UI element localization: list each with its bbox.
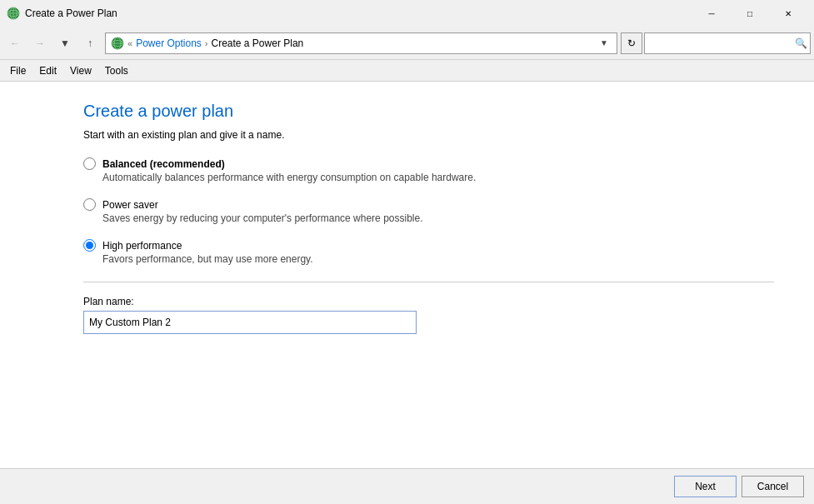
option-balanced: Balanced (recommended) Automatically bal… [83, 157, 774, 183]
address-path-container: « Power Options › Create a Power Plan ▼ [105, 32, 617, 54]
label-balanced[interactable]: Balanced (recommended) [102, 158, 225, 170]
menu-edit[interactable]: Edit [32, 63, 63, 78]
desc-highperformance: Favors performance, but may use more ene… [102, 253, 774, 265]
maximize-button[interactable]: □ [731, 0, 769, 27]
path-part-1[interactable]: Power Options [136, 37, 202, 49]
next-button[interactable]: Next [674, 476, 737, 497]
path-separator-1: « [127, 38, 132, 48]
close-button[interactable]: ✕ [769, 0, 807, 27]
window-title: Create a Power Plan [25, 7, 692, 19]
address-bar: ← → ▼ ↑ « Power Options › Create a Power… [0, 27, 814, 60]
desc-powersaver: Saves energy by reducing your computer's… [102, 212, 774, 224]
cancel-button[interactable]: Cancel [742, 476, 804, 497]
window-controls: ─ □ ✕ [692, 0, 807, 27]
radio-balanced[interactable] [83, 157, 96, 170]
refresh-button[interactable]: ↻ [621, 32, 642, 54]
forward-button[interactable]: → [28, 32, 52, 55]
radio-powersaver[interactable] [83, 198, 96, 211]
option-powersaver: Power saver Saves energy by reducing you… [83, 198, 774, 224]
plan-name-label: Plan name: [83, 296, 774, 307]
bottom-bar: Next Cancel [0, 468, 814, 504]
radio-highperformance[interactable] [83, 239, 96, 252]
menu-bar: File Edit View Tools [0, 60, 814, 82]
menu-tools[interactable]: Tools [98, 63, 135, 78]
main-content: Create a power plan Start with an existi… [0, 82, 814, 468]
search-input[interactable] [644, 32, 811, 54]
search-button[interactable]: 🔍 [795, 37, 807, 49]
title-bar: Create a Power Plan ─ □ ✕ [0, 0, 814, 27]
path-arrow: › [205, 38, 208, 48]
minimize-button[interactable]: ─ [692, 0, 731, 27]
menu-view[interactable]: View [63, 63, 98, 78]
label-powersaver[interactable]: Power saver [102, 199, 158, 211]
menu-file[interactable]: File [3, 63, 32, 78]
plan-name-section: Plan name: [83, 296, 774, 334]
plan-name-input[interactable] [83, 311, 417, 334]
up-button[interactable]: ↑ [78, 32, 102, 55]
option-highperformance: High performance Favors performance, but… [83, 239, 774, 265]
path-dropdown-button[interactable]: ▼ [597, 37, 612, 49]
divider [83, 282, 774, 282]
page-title: Create a power plan [83, 102, 774, 121]
power-plan-options: Balanced (recommended) Automatically bal… [83, 157, 774, 265]
path-icon [111, 37, 124, 50]
back-button[interactable]: ← [3, 32, 27, 55]
desc-balanced: Automatically balances performance with … [102, 172, 774, 183]
recent-locations-button[interactable]: ▼ [53, 32, 77, 55]
search-container: 🔍 [644, 32, 811, 54]
app-icon [7, 7, 20, 20]
content-area: Create a power plan Start with an existi… [0, 82, 814, 468]
path-part-2: Create a Power Plan [212, 37, 304, 49]
page-subtitle: Start with an existing plan and give it … [83, 129, 774, 141]
label-highperformance[interactable]: High performance [102, 240, 182, 252]
